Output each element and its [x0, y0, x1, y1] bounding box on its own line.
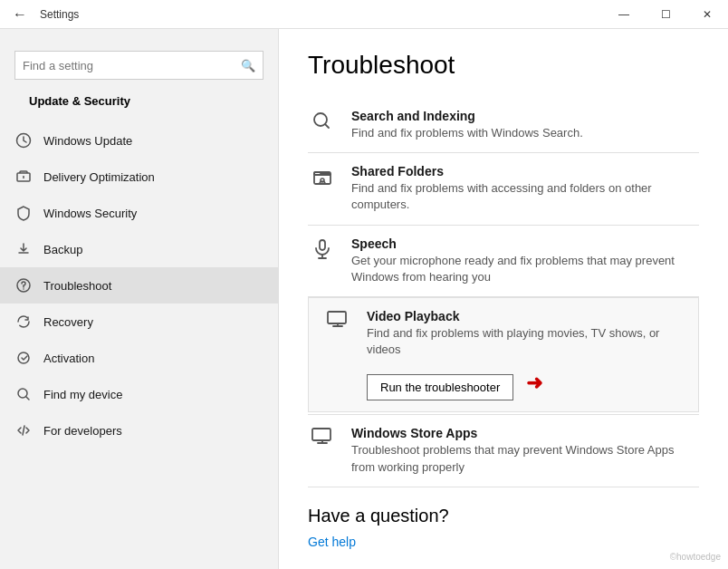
search-indexing-icon: [308, 111, 337, 132]
recovery-icon: [14, 313, 33, 331]
title-bar: ← Settings — ☐ ✕: [0, 0, 728, 29]
item-desc: Find and fix problems with accessing and…: [351, 180, 699, 213]
list-item: Search and Indexing Find and fix problem…: [308, 98, 699, 152]
minimize-button[interactable]: —: [603, 0, 645, 29]
item-desc: Find and fix problems with playing movie…: [367, 325, 684, 358]
list-item: Shared Folders Find and fix problems wit…: [308, 153, 699, 224]
sidebar-item-delivery-optimization[interactable]: Delivery Optimization: [0, 159, 278, 195]
section-question: Have a question?: [308, 506, 699, 526]
main-content: Troubleshoot Search and Indexing Find an…: [279, 29, 728, 569]
sidebar: 🔍 Update & Security Windows Update: [0, 29, 279, 569]
list-item: Windows Store Apps Troubleshoot problems…: [308, 415, 699, 486]
activation-icon: [14, 349, 33, 367]
sidebar-item-troubleshoot[interactable]: Troubleshoot: [0, 267, 278, 304]
backup-icon: [14, 240, 33, 258]
shield-icon: [14, 204, 33, 222]
item-desc: Find and fix problems with Windows Searc…: [351, 125, 583, 141]
sidebar-item-label: Backup: [43, 243, 82, 256]
item-name: Shared Folders: [351, 164, 699, 178]
delivery-icon: [14, 168, 33, 186]
troubleshoot-icon: [14, 276, 33, 294]
svg-rect-12: [328, 312, 346, 323]
video-playback-icon: [323, 311, 352, 327]
sidebar-item-recovery[interactable]: Recovery: [0, 304, 278, 340]
sidebar-item-label: Troubleshoot: [43, 279, 111, 293]
item-name: Windows Store Apps: [351, 426, 699, 440]
item-name: Video Playback: [367, 309, 684, 323]
close-button[interactable]: ✕: [686, 0, 728, 29]
item-desc: Get your microphone ready and fix proble…: [351, 253, 699, 285]
shared-folders-icon: [308, 166, 337, 188]
developers-icon: [14, 421, 33, 439]
item-desc: Troubleshoot problems that may prevent W…: [351, 442, 699, 475]
sidebar-item-windows-security[interactable]: Windows Security: [0, 195, 278, 231]
get-help-link[interactable]: Get help: [308, 535, 356, 549]
svg-point-3: [23, 288, 24, 290]
window-controls: — ☐ ✕: [603, 0, 728, 29]
item-name: Search and Indexing: [351, 109, 583, 123]
search-input[interactable]: [23, 59, 241, 72]
sidebar-item-find-my-device[interactable]: Find my device: [0, 376, 278, 412]
sidebar-item-label: Recovery: [43, 315, 93, 329]
red-arrow-icon: ➜: [526, 371, 542, 395]
svg-rect-13: [312, 429, 330, 440]
app-title: Settings: [40, 8, 79, 21]
back-button[interactable]: ←: [7, 2, 33, 27]
sidebar-item-label: For developers: [43, 424, 122, 438]
finddevice-icon: [14, 385, 33, 403]
app-body: 🔍 Update & Security Windows Update: [0, 29, 728, 569]
sidebar-item-label: Find my device: [43, 388, 122, 401]
sidebar-item-label: Delivery Optimization: [43, 170, 155, 184]
list-item: Speech Get your microphone ready and fix…: [308, 226, 699, 296]
sidebar-item-backup[interactable]: Backup: [0, 231, 278, 267]
sidebar-item-activation[interactable]: Activation: [0, 340, 278, 376]
sidebar-section-label: Update & Security: [14, 91, 263, 115]
watermark: ©howtoedge: [670, 552, 721, 562]
sidebar-item-label: Activation: [43, 352, 94, 365]
sidebar-item-label: Windows Update: [43, 134, 132, 148]
search-icon: 🔍: [241, 59, 255, 72]
svg-point-4: [18, 352, 29, 363]
run-troubleshooter-button[interactable]: Run the troubleshooter: [367, 374, 513, 400]
svg-rect-9: [320, 240, 325, 250]
speech-icon: [308, 238, 337, 260]
page-title: Troubleshoot: [308, 51, 699, 80]
update-icon: [14, 131, 33, 149]
windows-store-icon: [308, 428, 337, 444]
video-playback-expanded: Video Playback Find and fix problems wit…: [308, 297, 699, 412]
maximize-button[interactable]: ☐: [645, 0, 686, 29]
sidebar-item-label: Windows Security: [43, 207, 137, 220]
item-name: Speech: [351, 236, 699, 251]
search-box[interactable]: 🔍: [14, 51, 263, 80]
sidebar-item-for-developers[interactable]: For developers: [0, 412, 278, 448]
sidebar-item-windows-update[interactable]: Windows Update: [0, 122, 278, 159]
